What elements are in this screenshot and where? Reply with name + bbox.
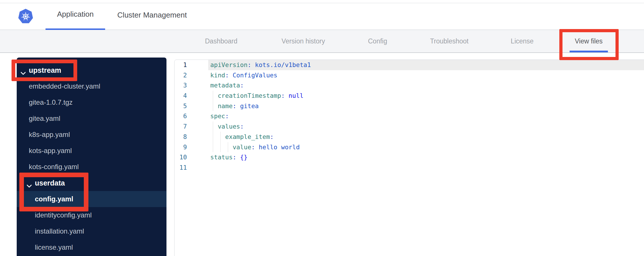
code-line[interactable]: 3metadata:: [175, 80, 644, 91]
code-text: kind: ConfigValues: [210, 70, 277, 81]
subnav-tab-view-files[interactable]: View files: [570, 30, 608, 52]
code-text: example_item:: [210, 132, 274, 142]
subnav-tab-version-history[interactable]: Version history: [276, 30, 330, 52]
code-line[interactable]: 11: [175, 163, 644, 173]
code-line[interactable]: 10status: {}: [175, 152, 644, 163]
file-label: k8s-app.yaml: [29, 131, 70, 139]
code-text: name: gitea: [210, 101, 259, 111]
code-text: value: hello world: [210, 142, 300, 152]
file-label: config.yaml: [35, 195, 73, 203]
file-label: installation.yaml: [35, 227, 84, 235]
file-label: identityconfig.yaml: [35, 211, 92, 219]
line-number: 3: [175, 80, 187, 91]
file-tree-item-config-yaml[interactable]: config.yaml: [17, 191, 166, 207]
kots-admin-console: Application Cluster Management Dashboard…: [0, 0, 644, 256]
top-hairline: [0, 3, 644, 3]
line-number: 6: [175, 111, 187, 121]
code-text: status: {}: [210, 152, 247, 163]
code-line[interactable]: 2kind: ConfigValues: [175, 70, 644, 81]
active-tab-underline: [570, 51, 608, 52]
line-number: 10: [175, 152, 187, 163]
file-tree-item-gitea-1-0-7-tgz[interactable]: gitea-1.0.7.tgz: [17, 94, 166, 110]
file-tree-item-k8s-app-yaml[interactable]: k8s-app.yaml: [17, 127, 166, 143]
file-label: gitea-1.0.7.tgz: [29, 98, 73, 106]
file-tree-sidebar: upstreamembedded-cluster.yamlgitea-1.0.7…: [17, 58, 166, 256]
code-text: apiVersion: kots.io/v1beta1: [210, 60, 311, 70]
chevron-down-icon: [20, 68, 26, 72]
line-number: 4: [175, 91, 187, 101]
file-tree-item-upstream[interactable]: upstream: [17, 62, 166, 78]
subnav-tab-config[interactable]: Config: [363, 30, 392, 52]
file-tree-item-kots-app-yaml[interactable]: kots-app.yaml: [17, 143, 166, 159]
folder-label: userdata: [35, 179, 65, 187]
file-label: kots-config.yaml: [29, 163, 79, 171]
folder-label: upstream: [29, 66, 61, 74]
file-label: license.yaml: [35, 243, 73, 251]
tab-application[interactable]: Application: [46, 0, 105, 30]
kubernetes-logo-icon: [18, 8, 33, 24]
file-label: gitea.yaml: [29, 114, 60, 123]
tab-cluster-management[interactable]: Cluster Management: [106, 0, 198, 30]
file-tree-item-license-yaml[interactable]: license.yaml: [17, 239, 166, 255]
line-number: 2: [175, 70, 187, 81]
code-line[interactable]: 6spec:: [175, 111, 644, 121]
line-number: 1: [175, 60, 187, 70]
code-line[interactable]: 1apiVersion: kots.io/v1beta1: [175, 60, 644, 70]
code-line[interactable]: 9 value: hello world: [175, 142, 644, 152]
line-number: 5: [175, 101, 187, 111]
file-tree-item-gitea-yaml[interactable]: gitea.yaml: [17, 110, 166, 127]
file-tree-item-kots-config-yaml[interactable]: kots-config.yaml: [17, 159, 166, 175]
file-label: kots-app.yaml: [29, 147, 72, 155]
subnav-tab-license[interactable]: License: [505, 30, 539, 52]
code-text: spec:: [210, 111, 229, 121]
chevron-down-icon: [26, 181, 32, 185]
file-tree-item-embedded-cluster-yaml[interactable]: embedded-cluster.yaml: [17, 78, 166, 94]
yaml-editor[interactable]: 1apiVersion: kots.io/v1beta12kind: Confi…: [174, 60, 644, 256]
code-line[interactable]: 5 name: gitea: [175, 101, 644, 111]
code-line[interactable]: 8 example_item:: [175, 132, 644, 142]
line-number: 8: [175, 132, 187, 142]
top-nav: Application Cluster Management: [0, 0, 644, 30]
code-line[interactable]: 4 creationTimestamp: null: [175, 91, 644, 101]
subnav-tab-troubleshoot[interactable]: Troubleshoot: [425, 30, 473, 52]
line-number: 7: [175, 121, 187, 132]
file-tree-item-userdata[interactable]: userdata: [17, 175, 166, 191]
subnav-tab-dashboard[interactable]: Dashboard: [200, 30, 243, 52]
code-text: creationTimestamp: null: [210, 91, 304, 101]
line-number: 9: [175, 142, 187, 152]
subnav: DashboardVersion historyConfigTroublesho…: [0, 30, 644, 53]
file-label: embedded-cluster.yaml: [29, 82, 100, 90]
file-tree-item-identityconfig-yaml[interactable]: identityconfig.yaml: [17, 207, 166, 223]
code-line[interactable]: 7 values:: [175, 121, 644, 132]
code-text: values:: [210, 121, 244, 132]
line-number: 11: [175, 163, 187, 173]
file-tree-item-installation-yaml[interactable]: installation.yaml: [17, 223, 166, 239]
code-text: metadata:: [210, 80, 244, 91]
